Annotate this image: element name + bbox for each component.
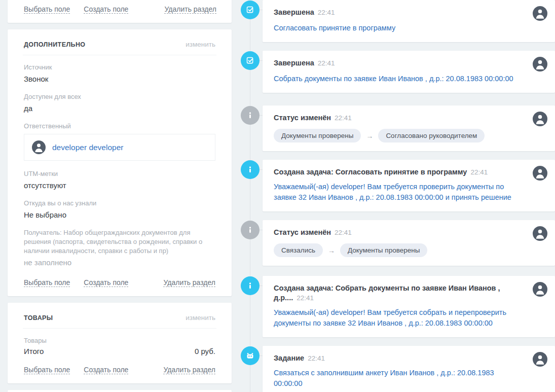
fields-actions-row: Выбрать поле Создать поле Удалить раздел [24, 278, 215, 287]
status-transition: Документы проверены → Согласовано руково… [274, 129, 525, 142]
status-badge-from: Документы проверены [274, 129, 361, 142]
select-field-link[interactable]: Выбрать поле [24, 366, 70, 374]
field-value: не заполнено [24, 257, 215, 268]
fields-actions-card: Выбрать поле Создать поле Удалить раздел [8, 0, 232, 23]
task-link[interactable]: Согласовать принятие в программу [274, 23, 525, 33]
responsible-user-box: developer developer [24, 134, 215, 161]
fields-actions-row: Выбрать поле Создать поле Удалить раздел [24, 366, 215, 374]
task-description-link[interactable]: Уважаемый(-ая) developer! Вам требуется … [274, 307, 525, 329]
section-request: ЗАЯВКА изменить [8, 390, 232, 392]
robot-icon [241, 346, 260, 365]
event-title: Завершена [274, 8, 314, 16]
field-label: UTM-метки [24, 169, 215, 179]
field-responsible: Ответственный developer developer [24, 122, 215, 161]
task-check-icon [241, 51, 260, 70]
timeline-item-task-completed: Завершена22:41 Согласовать принятие в пр… [233, 0, 555, 42]
select-field-link[interactable]: Выбрать поле [24, 5, 70, 14]
field-label: Ответственный [24, 122, 215, 131]
field-value: Звонок [24, 74, 215, 85]
timeline-item-task-created: Создана задача: Согласовать принятие в п… [233, 160, 555, 211]
user-avatar-icon[interactable] [533, 352, 547, 367]
create-field-link[interactable]: Создать поле [84, 278, 128, 287]
field-utm: UTM-метки отсутствуют [24, 169, 215, 191]
event-time: 22:41 [318, 59, 335, 67]
field-label: Источник [24, 63, 215, 72]
info-icon [241, 160, 260, 179]
field-value: Не выбрано [24, 209, 215, 221]
edit-section-link[interactable]: изменить [186, 41, 215, 48]
edit-section-link[interactable]: изменить [186, 314, 215, 322]
info-icon [241, 221, 260, 239]
event-title: Статус изменён [274, 228, 331, 236]
field-value: да [24, 103, 215, 114]
user-avatar-icon[interactable] [533, 57, 547, 72]
products-total-value: 0 руб. [195, 347, 215, 355]
delete-section-link[interactable]: Удалить раздел [163, 366, 215, 374]
timeline-item-status-change: Статус изменён22:41 Документы проверены … [233, 105, 555, 151]
field-label: Доступен для всех [24, 92, 215, 101]
event-time: 22:41 [470, 168, 488, 176]
timeline-item-assignment: Задание22:41 Связаться с заполнившим анк… [233, 346, 555, 392]
field-recipient: Получатель: Набор общегражданских докуме… [24, 228, 215, 268]
event-time: 22:41 [308, 354, 325, 362]
section-products: ТОВАРЫ изменить Товары Итого 0 руб. Выбр… [8, 303, 232, 383]
timeline-card: Статус изменён22:41 Связались → Документ… [263, 220, 555, 266]
event-title: Завершена [274, 59, 314, 67]
status-badge-to: Согласовано руководителем [378, 129, 485, 142]
timeline-card: Создана задача: Согласовать принятие в п… [263, 160, 555, 211]
entity-details-panel: Выбрать поле Создать поле Удалить раздел… [8, 0, 232, 392]
timeline-item-task-created: Создана задача: Собрать документы по зая… [233, 276, 555, 337]
crm-detail-page: Выбрать поле Создать поле Удалить раздел… [0, 0, 555, 392]
divider [23, 55, 216, 55]
assignment-link[interactable]: Связаться с заполнившим анкету Иван Иван… [274, 368, 525, 389]
section-title: ДОПОЛНИТЕЛЬНО [24, 41, 85, 48]
section-additional: ДОПОЛНИТЕЛЬНО изменить Источник Звонок Д… [8, 29, 232, 296]
responsible-user-link[interactable]: developer developer [52, 143, 123, 152]
field-value: отсутствуют [24, 180, 215, 191]
timeline-item-status-change: Статус изменён22:41 Связались → Документ… [233, 220, 555, 266]
user-avatar-icon[interactable] [533, 166, 547, 181]
delete-section-link[interactable]: Удалить раздел [163, 278, 215, 287]
user-avatar-icon[interactable] [533, 6, 547, 21]
field-label: Получатель: Набор общегражданских докуме… [24, 228, 215, 256]
timeline-card: Статус изменён22:41 Документы проверены … [263, 105, 555, 151]
select-field-link[interactable]: Выбрать поле [24, 278, 70, 287]
divider [23, 328, 216, 329]
field-label: Товары [24, 336, 215, 345]
field-source: Источник Звонок [24, 63, 215, 85]
user-avatar-icon[interactable] [32, 140, 46, 154]
event-title: Статус изменён [274, 114, 331, 122]
delete-section-link[interactable]: Удалить раздел [164, 5, 216, 14]
field-where-heard: Откуда вы о нас узнали Не выбрано [24, 199, 215, 221]
info-icon [241, 106, 260, 125]
task-description-link[interactable]: Уважаемый(-ая) developer! Вам требуется … [274, 182, 517, 203]
status-transition: Связались → Документы проверены [274, 243, 525, 257]
products-total-label: Итого [24, 347, 44, 355]
arrow-right-icon: → [366, 132, 373, 140]
timeline-card: Завершена22:41 Собрать документы по заяв… [263, 51, 555, 93]
task-link[interactable]: Собрать документы по заявке Иван Иванов … [274, 74, 525, 84]
timeline-card: Задание22:41 Связаться с заполнившим анк… [263, 346, 555, 392]
user-avatar-icon[interactable] [533, 226, 547, 241]
timeline-card: Создана задача: Собрать документы по зая… [263, 276, 555, 337]
field-products: Товары Итого 0 руб. [24, 336, 215, 355]
field-available: Доступен для всех да [24, 92, 215, 114]
event-title: Задание [274, 354, 304, 362]
timeline-card: Завершена22:41 Согласовать принятие в пр… [263, 0, 555, 42]
event-title: Создана задача: Согласовать принятие в п… [274, 168, 467, 176]
event-time: 22:41 [297, 294, 314, 302]
event-time: 22:41 [335, 229, 352, 236]
user-avatar-icon[interactable] [533, 112, 547, 126]
user-avatar-icon[interactable] [533, 282, 547, 297]
activity-timeline: Завершена22:41 Согласовать принятие в пр… [233, 0, 555, 392]
status-badge-to: Документы проверены [340, 243, 427, 257]
create-field-link[interactable]: Создать поле [84, 366, 128, 374]
info-icon [241, 276, 260, 295]
create-field-link[interactable]: Создать поле [84, 5, 128, 14]
event-time: 22:41 [318, 9, 335, 16]
status-badge-from: Связались [274, 243, 323, 257]
task-check-icon [241, 1, 260, 19]
timeline-item-task-completed: Завершена22:41 Собрать документы по заяв… [233, 51, 555, 93]
field-label: Откуда вы о нас узнали [24, 199, 215, 208]
section-title: ТОВАРЫ [24, 314, 53, 322]
